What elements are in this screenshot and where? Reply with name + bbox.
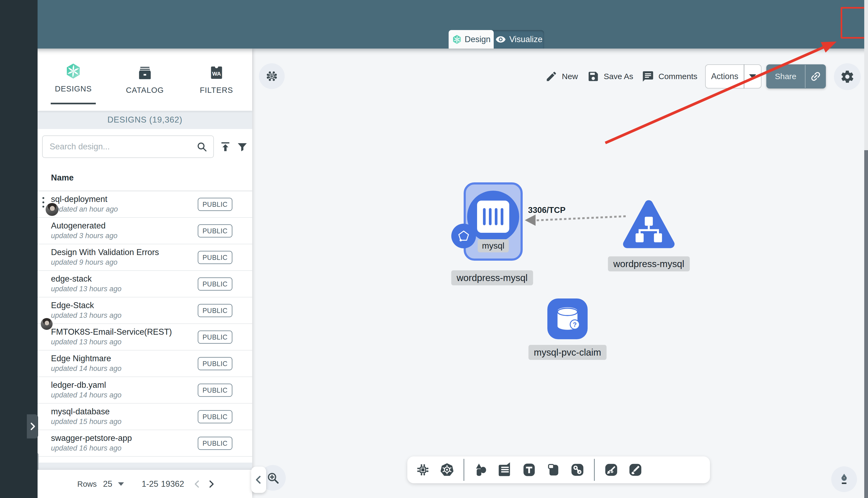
designs-section-title: DESIGNS (19,362) (38, 111, 252, 129)
toolbar-divider (464, 459, 464, 481)
panel-tab-filters-label: FILTERS (200, 86, 233, 95)
toolbar-divider (594, 459, 595, 481)
pagination-bar: Rows 25 1-25 19362 (38, 470, 252, 498)
comment-icon (642, 70, 654, 82)
design-list-item[interactable]: Edge Nightmare updated 14 hours ago PUBL… (38, 351, 252, 377)
rows-per-page-value[interactable]: 25 (103, 479, 112, 489)
rows-label: Rows (77, 480, 97, 488)
text-tool[interactable] (522, 462, 536, 477)
design-list-item[interactable]: Edge-Stack updated 13 hours ago PUBLIC (38, 298, 252, 324)
row-owner-avatar (46, 203, 59, 216)
column-header-name: Name (51, 173, 74, 183)
design-updated-time: updated 14 hours ago (51, 365, 121, 373)
database-cylinder-icon: ? (554, 305, 581, 333)
copy-link-button[interactable] (805, 70, 826, 82)
svg-text:?: ? (573, 321, 576, 328)
share-split-button: Share (766, 64, 826, 89)
caret-down-icon (749, 74, 756, 79)
import-design-icon[interactable] (220, 141, 231, 153)
new-design-button[interactable]: New (545, 70, 578, 82)
design-name: ledger-db.yaml (51, 380, 106, 390)
design-list-item[interactable]: sql-deployment updated an hour ago PUBLI… (38, 191, 252, 218)
link-edge-tool[interactable] (570, 462, 585, 477)
row-kebab-menu-icon[interactable] (42, 197, 44, 208)
tab-visualize-label: Visualize (509, 35, 543, 44)
zoom-in-icon (266, 471, 280, 485)
row-owner-avatar (41, 318, 53, 330)
panel-collapse-button[interactable] (251, 467, 266, 493)
previous-page-button[interactable] (193, 480, 202, 489)
pvc-label: mysql-pvc-claim (529, 345, 607, 360)
design-updated-time: updated 3 hours ago (51, 232, 117, 240)
kubernetes-tool[interactable] (440, 462, 454, 477)
page-scrollbar-thumb[interactable] (864, 150, 868, 498)
design-list-item[interactable]: FMTOK8S-Email-Service(REST) updated 13 h… (38, 324, 252, 351)
component-chip-tool[interactable] (415, 462, 430, 477)
visibility-badge: PUBLIC (198, 224, 232, 237)
annotation-comment-tool[interactable] (497, 462, 513, 477)
design-canvas[interactable] (252, 49, 868, 498)
panel-tab-designs[interactable]: DESIGNS (38, 49, 109, 111)
actions-dropdown-button[interactable] (744, 74, 761, 79)
chevron-right-icon (28, 422, 37, 431)
visibility-badge: PUBLIC (198, 277, 232, 290)
tab-design[interactable]: Design (449, 30, 494, 49)
save-as-label: Save As (604, 72, 633, 81)
chevron-left-icon (254, 475, 263, 485)
mode-switcher: Design Visualize (449, 30, 544, 49)
next-page-button[interactable] (207, 480, 216, 489)
rows-per-page-caret-icon[interactable] (118, 482, 124, 486)
sidebar-expand-button[interactable] (27, 414, 38, 438)
panel-tab-designs-label: DESIGNS (55, 84, 92, 93)
tab-visualize[interactable]: Visualize (494, 30, 544, 49)
search-icon[interactable] (196, 141, 207, 152)
eye-icon (495, 34, 506, 45)
design-name: sql-deployment (51, 194, 107, 204)
design-name: edge-stack (51, 274, 92, 284)
design-list-item[interactable]: Autogenerated updated 3 hours ago PUBLIC (38, 218, 252, 244)
link-icon (807, 68, 824, 85)
search-box (42, 135, 214, 158)
actions-split-button: Actions (705, 64, 762, 89)
pen-tool-button[interactable] (831, 466, 857, 492)
panel-tabs: DESIGNS CATALOG WA FILTERS (38, 49, 252, 111)
canvas-settings-button[interactable] (834, 63, 861, 90)
canvas-mesh-button[interactable] (259, 63, 285, 89)
design-name: Edge Nightmare (51, 354, 111, 363)
search-input[interactable] (43, 142, 196, 152)
visibility-badge: PUBLIC (198, 436, 232, 450)
visibility-badge: PUBLIC (198, 304, 232, 317)
design-name: Edge-Stack (51, 301, 94, 310)
save-as-button[interactable]: Save As (587, 70, 633, 82)
design-list-item[interactable]: edge-stack updated 13 hours ago PUBLIC (38, 271, 252, 298)
design-updated-time: updated 13 hours ago (51, 311, 121, 320)
filter-funnel-icon[interactable] (237, 141, 248, 153)
visibility-badge: PUBLIC (198, 383, 232, 397)
meshery-app: / Name Design Visualize (0, 0, 868, 498)
deployment-shape-badge[interactable] (451, 224, 476, 248)
design-list-item[interactable]: Design With Validation Errors updated 9 … (38, 244, 252, 271)
actions-button[interactable]: Actions (706, 71, 744, 81)
node-pvc-mysql[interactable]: ? (547, 299, 587, 339)
comments-button[interactable]: Comments (642, 70, 697, 82)
wasm-filters-icon: WA (209, 65, 224, 80)
save-icon (587, 70, 599, 82)
visibility-badge: PUBLIC (198, 410, 232, 423)
panel-tab-filters[interactable]: WA FILTERS (181, 49, 252, 111)
pen-nib-icon (837, 472, 851, 486)
freehand-draw-tool[interactable] (628, 462, 643, 477)
shapes-tool[interactable] (473, 462, 488, 477)
shape-group-tool[interactable] (546, 462, 561, 477)
panel-tab-catalog-label: CATALOG (126, 86, 164, 95)
node-service-wordpress-mysql[interactable] (623, 199, 675, 251)
draw-arrow-tool[interactable] (604, 462, 619, 477)
panel-tab-catalog[interactable]: CATALOG (109, 49, 181, 111)
design-list-item[interactable]: mysql-database updated 15 hours ago PUBL… (38, 404, 252, 430)
share-button[interactable]: Share (766, 72, 805, 81)
edge-port-label: 3306/TCP (528, 206, 566, 215)
design-name: FMTOK8S-Email-Service(REST) (51, 327, 172, 337)
design-list-item[interactable]: swagger-petstore-app updated 16 hours ag… (38, 430, 252, 457)
visibility-badge: PUBLIC (198, 330, 232, 343)
comments-label: Comments (659, 72, 697, 81)
design-list-item[interactable]: ledger-db.yaml updated 14 hours ago PUBL… (38, 377, 252, 404)
